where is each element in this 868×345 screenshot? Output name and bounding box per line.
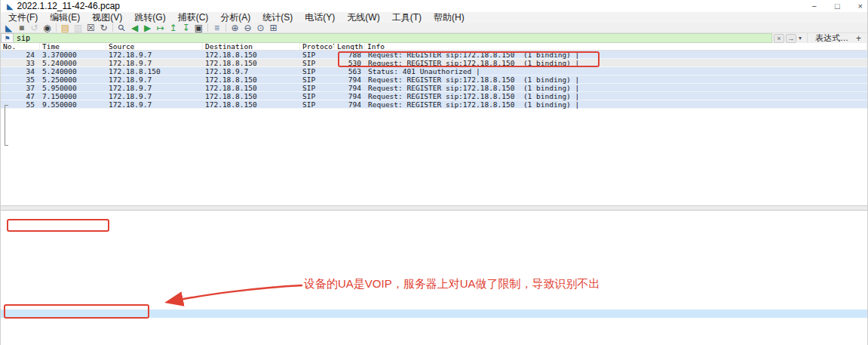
go-last-packet-icon[interactable]: ↧ [179,23,192,33]
close-button[interactable]: × [858,2,863,11]
filter-dropdown-caret-icon[interactable]: ▾ [796,35,804,42]
detail-line[interactable]: >Request-Line: REGISTER sip:172.18.8.150… [1,212,867,221]
expression-button[interactable]: 表达式… [807,32,854,44]
pane-splitter[interactable] [1,205,867,211]
column-header-info[interactable]: Info [365,43,867,50]
minimize-button[interactable]: − [811,2,816,11]
column-header-protocol[interactable]: Protocol [300,43,335,50]
packet-rows: 24 3.370000 172.18.9.7 172.18.8.150 SIP … [1,51,867,109]
window-controls: − □ × [811,0,863,12]
toolbar-separator [110,23,113,32]
zoom-in-icon[interactable]: ⊕ [229,23,241,33]
detail-line[interactable]: vMessage Header [1,221,867,230]
maximize-button[interactable]: □ [835,2,840,11]
save-file-icon[interactable]: ▥ [72,23,84,33]
filter-apply-icon[interactable]: → [786,34,796,43]
detail-line[interactable]: >Via: SIP/2.0/UDP 172.18.9.7:5781;branch… [1,229,867,239]
related-packets-bracket [5,105,8,146]
detail-line[interactable]: Allow: INVITE, ACK, OPTIONS, BYE, CANCEL… [1,318,867,327]
go-forward-icon[interactable]: ▶ [141,23,154,33]
packet-row[interactable]: 55 9.550000 172.18.9.7 172.18.8.150 SIP … [1,100,867,109]
go-first-packet-icon[interactable]: ↥ [167,23,179,33]
zoom-reset-icon[interactable]: ⊙ [254,23,267,33]
detail-line[interactable]: Content-Length: 0 [1,327,867,336]
packet-list-pane: No. Time Source Destination Protocol Len… [1,43,867,205]
zoom-out-icon[interactable]: ⊖ [241,23,254,33]
window-title: 2022.1.12_11-42-46.pcap [17,1,120,11]
toolbar-separator [54,23,57,32]
detail-line[interactable]: Expires: 3600 [1,291,867,300]
column-header-length[interactable]: Length [335,43,365,50]
packet-row[interactable]: 24 3.370000 172.18.9.7 172.18.8.150 SIP … [1,51,867,59]
filter-bar: ⚑ × → ▾ 表达式… + [1,33,867,43]
detail-line[interactable]: Supported: path [1,300,867,310]
auto-scroll-icon[interactable]: ▣ [192,23,205,33]
resize-columns-icon[interactable]: ⊞ [267,23,280,33]
packet-list-header: No. Time Source Destination Protocol Len… [1,43,867,51]
menu-wireless[interactable]: 无线(W) [341,11,385,24]
toolbar-separator [223,23,226,32]
detail-line[interactable]: Call-ID: 21715839912627-304793064220502@… [1,256,867,265]
restart-capture-icon[interactable]: ↺ [28,23,41,33]
filter-input[interactable] [14,33,772,43]
menubar: 文件(F)编辑(E)视图(V)跳转(G)捕获(C)分析(A)统计(S)电话(Y)… [1,12,867,23]
reload-file-icon[interactable]: ↻ [97,23,110,33]
column-header-destination[interactable]: Destination [203,43,300,50]
open-file-icon[interactable]: ▤ [59,23,72,33]
column-header-time[interactable]: Time [40,43,106,50]
detail-line[interactable]: >From: 1019 <sip:1019@172.18.8.150:5060>… [1,239,867,248]
go-to-packet-icon[interactable]: ↦ [154,23,167,33]
menu-tools[interactable]: 工具(T) [386,11,428,24]
start-capture-icon[interactable]: ◣ [2,23,15,33]
column-header-no[interactable]: No. [1,43,40,50]
find-packet-icon[interactable]: ⚲ [115,23,128,33]
wireshark-window: ◣ 2022.1.12_11-42-46.pcap − □ × 文件(F)编辑(… [0,0,868,345]
menu-help[interactable]: 帮助(H) [428,11,471,24]
packet-row[interactable]: 34 5.240000 172.18.8.150 172.18.9.7 SIP … [1,67,867,75]
wireshark-app-icon: ◣ [7,1,13,11]
annotation-text: 设备的UA是VOIP，服务器上对UA做了限制，导致识别不出 [304,277,600,291]
colorize-icon[interactable]: ≡ [210,23,223,33]
column-header-source[interactable]: Source [106,43,203,50]
packet-row[interactable]: 35 5.250000 172.18.9.7 172.18.8.150 SIP … [1,75,867,84]
packet-row[interactable]: 33 5.240000 172.18.9.7 172.18.8.150 SIP … [1,59,867,67]
menu-telephony[interactable]: 电话(Y) [299,11,341,24]
stop-capture-icon[interactable]: ■ [15,23,28,33]
packet-row[interactable]: 37 5.950000 172.18.9.7 172.18.8.150 SIP … [1,84,867,92]
filter-clear-icon[interactable]: × [774,34,784,43]
close-file-icon[interactable]: ☒ [84,23,97,33]
detail-line[interactable]: >CSeq: 1 REGISTER [1,265,867,274]
filter-add-button[interactable]: + [854,33,867,44]
toolbar-separator [205,23,208,32]
detail-line[interactable]: User-Agent: VOIP [1,310,867,319]
packet-row[interactable]: 47 7.150000 172.18.9.7 172.18.8.150 SIP … [1,92,867,100]
capture-options-icon[interactable]: ◉ [41,23,54,33]
go-back-icon[interactable]: ◀ [128,23,141,33]
bookmark-icon[interactable]: ⚑ [1,33,14,43]
detail-line[interactable]: >To: 1019 <sip:1019@172.18.8.150:5060> [1,248,867,257]
main-toolbar: ◣■↺◉▤▥☒↻⚲◀▶↦↥↧▣≡⊕⊖⊙⊞ [1,23,867,33]
